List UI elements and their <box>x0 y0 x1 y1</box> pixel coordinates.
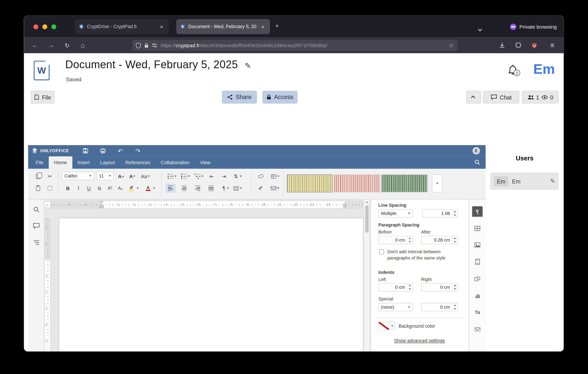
numbered-list-chevron[interactable] <box>187 172 191 181</box>
interval-checkbox-label[interactable]: Don't add interval between paragraphs of… <box>387 249 459 261</box>
align-justify-button[interactable] <box>206 184 216 193</box>
tab-document[interactable]: Document - Wed, February 5, 2025 × <box>176 19 270 34</box>
spacing-before-spinner[interactable]: 0 cm <box>378 236 413 244</box>
menu-hamburger-icon[interactable]: ≡ <box>547 40 558 51</box>
notifications-bell[interactable]: 2 <box>508 64 518 75</box>
document-page[interactable] <box>59 218 363 351</box>
v-ruler[interactable]: 21123456 <box>44 218 51 351</box>
collapse-toolbar-button[interactable] <box>466 91 481 104</box>
search-panel-icon[interactable] <box>33 206 40 213</box>
chat-button[interactable]: Chat <box>483 91 519 104</box>
increase-indent-button[interactable]: ⇥ <box>219 172 229 181</box>
shape-settings-icon[interactable] <box>472 273 483 284</box>
line-spacing-chevron[interactable] <box>238 172 243 181</box>
decrease-font-button[interactable]: A <box>127 172 137 181</box>
color-scheme-chevron[interactable] <box>276 172 281 181</box>
forward-button[interactable]: → <box>46 40 56 51</box>
bullet-list-chevron[interactable] <box>173 172 178 181</box>
tab-cryptdrive[interactable]: CryptDrive - CryptPad.fr × <box>75 19 169 34</box>
bookmark-star-icon[interactable]: ☆ <box>449 42 454 49</box>
ublock-origin-icon[interactable] <box>531 42 537 48</box>
edit-title-pencil-icon[interactable]: ✎ <box>245 62 251 70</box>
menu-tab-home[interactable]: Home <box>49 156 72 169</box>
save-button[interactable] <box>80 145 91 156</box>
permissions-sliders-icon[interactable] <box>152 43 157 48</box>
image-settings-icon[interactable] <box>472 240 483 250</box>
special-select[interactable]: (none) <box>378 303 413 311</box>
font-size-select[interactable]: 11 <box>96 172 114 180</box>
document-title[interactable]: Document - Wed, February 5, 2025 ✎ <box>65 59 251 71</box>
menu-tab-file[interactable]: File <box>30 156 49 169</box>
italic-button[interactable]: I <box>73 184 84 193</box>
url-text[interactable]: https://cryptpad.fr/doc/#/3/doc/edit/ff0… <box>160 42 445 48</box>
background-color-swatch[interactable] <box>378 322 395 330</box>
access-button[interactable]: Access <box>262 91 297 104</box>
search-icon[interactable] <box>474 159 480 165</box>
style-preview-heading[interactable] <box>381 174 427 192</box>
list-tabs-chevron-icon[interactable] <box>479 25 482 32</box>
mail-merge-settings-icon[interactable] <box>472 324 483 334</box>
menu-tab-view[interactable]: View <box>195 156 216 169</box>
tab-stop-selector[interactable]: L <box>44 201 51 208</box>
increase-font-button[interactable]: A <box>116 172 126 181</box>
header-footer-settings-icon[interactable] <box>472 257 483 267</box>
new-tab-button[interactable]: + <box>275 23 279 30</box>
copy-button[interactable] <box>32 172 43 181</box>
redo-button[interactable]: ↷ <box>132 145 144 156</box>
align-left-button[interactable] <box>165 184 176 193</box>
line-spacing-select[interactable]: Multiple <box>378 209 413 217</box>
file-menu-button[interactable]: File <box>31 91 55 104</box>
strikethrough-button[interactable]: S <box>94 184 105 193</box>
account-avatar[interactable]: Em <box>533 62 555 77</box>
paste-button[interactable] <box>32 184 43 193</box>
left-indent-marker[interactable] <box>100 207 104 208</box>
lock-icon[interactable] <box>145 43 149 48</box>
nonprinting-chars-chevron[interactable] <box>226 184 230 193</box>
align-center-button[interactable] <box>179 184 189 193</box>
spacing-after-spinner[interactable]: 0.28 cm <box>421 236 458 244</box>
interval-checkbox[interactable] <box>379 249 384 254</box>
copy-style-button[interactable]: ✐ <box>255 184 266 193</box>
document-canvas[interactable]: L 21123456789101112131415 <box>44 199 364 351</box>
h-ruler[interactable]: 21123456789101112131415 <box>51 201 363 209</box>
tracking-protection-shield-icon[interactable] <box>136 42 141 48</box>
underline-button[interactable]: U <box>84 184 94 193</box>
navigation-panel-icon[interactable] <box>33 239 40 246</box>
textart-settings-icon[interactable]: Ta <box>472 307 483 317</box>
multilevel-list-chevron[interactable] <box>200 172 205 181</box>
tab-close-icon[interactable]: × <box>158 23 165 30</box>
collaborator-avatar[interactable]: E <box>472 147 480 155</box>
special-value-spinner[interactable]: 0 cm <box>421 303 458 311</box>
style-gallery-expand[interactable] <box>432 174 442 192</box>
paragraph-settings-icon[interactable]: ¶ <box>472 206 483 217</box>
reload-button[interactable]: ↻ <box>62 40 72 51</box>
menu-tab-references[interactable]: References <box>120 156 156 169</box>
undo-button[interactable]: ↶ <box>115 145 126 156</box>
back-button[interactable]: ← <box>30 40 40 51</box>
paragraph-shading-chevron[interactable] <box>238 184 243 193</box>
indent-right-spinner[interactable]: 0 cm <box>421 283 458 291</box>
change-case-button[interactable]: Aa <box>139 172 152 181</box>
align-right-button[interactable] <box>192 184 203 193</box>
vertical-scrollbar[interactable] <box>364 199 369 351</box>
close-window-button[interactable] <box>33 24 38 29</box>
advanced-settings-link[interactable]: Show advanced settings <box>394 338 445 344</box>
bold-button[interactable]: B <box>63 184 73 193</box>
first-line-indent-marker[interactable] <box>100 201 104 204</box>
comments-panel-icon[interactable] <box>33 223 40 229</box>
line-spacing-value-spinner[interactable]: 1.08 <box>422 209 458 217</box>
cut-button[interactable]: ✂ <box>44 172 55 181</box>
style-preview-no-spacing[interactable] <box>334 174 380 192</box>
user-list-item[interactable]: Em Em ✎ <box>490 173 559 190</box>
edit-user-pencil-icon[interactable]: ✎ <box>550 178 555 184</box>
downloads-icon[interactable] <box>499 42 505 48</box>
v-scroll-thumb[interactable] <box>365 206 369 233</box>
font-name-select[interactable]: Calibri <box>62 172 94 180</box>
subscript-button[interactable]: A₂ <box>115 184 126 193</box>
highlight-color-chevron[interactable] <box>135 184 140 193</box>
clear-style-button[interactable] <box>255 172 266 181</box>
superscript-button[interactable]: A² <box>105 184 115 193</box>
chart-settings-icon[interactable] <box>472 290 483 301</box>
share-button[interactable]: Share <box>222 91 257 104</box>
tab-close-icon[interactable]: × <box>259 23 266 30</box>
